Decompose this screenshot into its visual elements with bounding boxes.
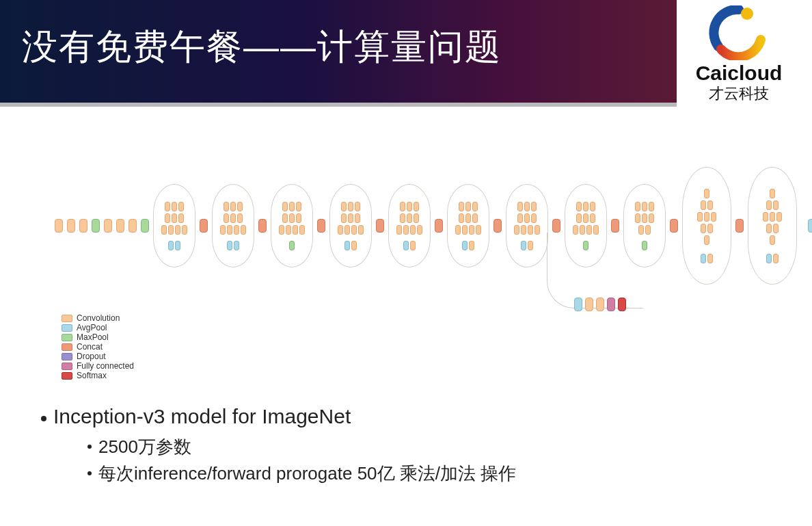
node-convolution	[67, 219, 75, 233]
inception-module	[388, 184, 431, 267]
node-concat	[435, 219, 443, 233]
legend-item: Concat	[62, 342, 134, 352]
architecture-diagram	[55, 171, 779, 321]
legend-swatch-icon	[62, 363, 72, 370]
node-concat	[611, 219, 619, 233]
legend-label: AvgPool	[77, 323, 107, 332]
legend-label: Concat	[77, 342, 103, 352]
legend-label: MaxPool	[77, 332, 109, 342]
logo: Caicloud 才云科技	[681, 5, 797, 104]
legend-item: Fully connected	[62, 361, 134, 371]
legend-item: MaxPool	[62, 332, 134, 342]
node-avgpool	[808, 219, 812, 233]
legend: Convolution AvgPool MaxPool Concat Dropo…	[62, 313, 134, 380]
node-concat	[552, 219, 560, 233]
bullet-dot-icon	[87, 445, 92, 449]
inception-module	[506, 184, 548, 267]
legend-label: Softmax	[77, 371, 107, 380]
bullet-level2: 每次inference/forward prorogate 50亿 乘法/加法 …	[87, 462, 516, 486]
node-concat	[735, 219, 744, 233]
node-convolution	[128, 219, 137, 233]
bullet-dot-icon	[41, 416, 46, 421]
inception-module	[682, 167, 731, 285]
node-fully-connected	[607, 298, 615, 311]
svg-point-0	[741, 8, 753, 20]
node-convolution	[55, 219, 63, 233]
node-concat	[258, 219, 267, 233]
node-maxpool	[141, 219, 149, 233]
bullet-list: Inception-v3 model for ImageNet 2500万参数 …	[41, 405, 516, 486]
node-avgpool	[574, 298, 582, 311]
bullet-text: Inception-v3 model for ImageNet	[53, 405, 351, 428]
inception-module	[447, 184, 489, 267]
inception-module	[329, 184, 372, 267]
inception-module	[271, 184, 313, 267]
inception-module	[748, 167, 797, 285]
node-convolution	[79, 219, 87, 233]
legend-item: Softmax	[62, 371, 134, 380]
node-concat	[376, 219, 384, 233]
legend-swatch-icon	[62, 343, 72, 351]
legend-item: AvgPool	[62, 323, 134, 332]
node-concat	[670, 219, 678, 233]
node-concat	[200, 219, 208, 233]
bullet-text: 2500万参数	[98, 435, 191, 459]
bullet-level2: 2500万参数	[87, 435, 516, 459]
logo-mark-icon	[705, 5, 773, 60]
logo-text-cn: 才云科技	[681, 83, 797, 104]
logo-text-en: Caicloud	[681, 62, 797, 85]
node-convolution	[596, 298, 604, 311]
title-banner: 没有免费午餐——计算量问题	[0, 0, 677, 103]
node-convolution	[585, 298, 593, 311]
node-concat	[317, 219, 325, 233]
bullet-text: 每次inference/forward prorogate 50亿 乘法/加法 …	[98, 462, 516, 486]
auxiliary-head	[574, 298, 626, 311]
legend-item: Dropout	[62, 352, 134, 361]
node-maxpool	[92, 219, 100, 233]
page-title: 没有免费午餐——计算量问题	[22, 23, 502, 71]
legend-swatch-icon	[62, 324, 72, 332]
legend-item: Convolution	[62, 313, 134, 323]
legend-swatch-icon	[62, 315, 72, 322]
inception-module	[153, 184, 195, 267]
node-convolution	[116, 219, 124, 233]
legend-swatch-icon	[62, 353, 72, 360]
node-convolution	[104, 219, 112, 233]
legend-label: Dropout	[77, 352, 106, 361]
legend-label: Convolution	[77, 313, 120, 323]
legend-swatch-icon	[62, 372, 72, 380]
legend-swatch-icon	[62, 334, 72, 341]
inception-module	[212, 184, 254, 267]
node-concat	[493, 219, 502, 233]
bullet-dot-icon	[87, 471, 92, 475]
legend-label: Fully connected	[77, 361, 134, 371]
bullet-level1: Inception-v3 model for ImageNet	[41, 405, 516, 428]
node-softmax	[618, 298, 626, 311]
diagram-track	[55, 171, 779, 280]
